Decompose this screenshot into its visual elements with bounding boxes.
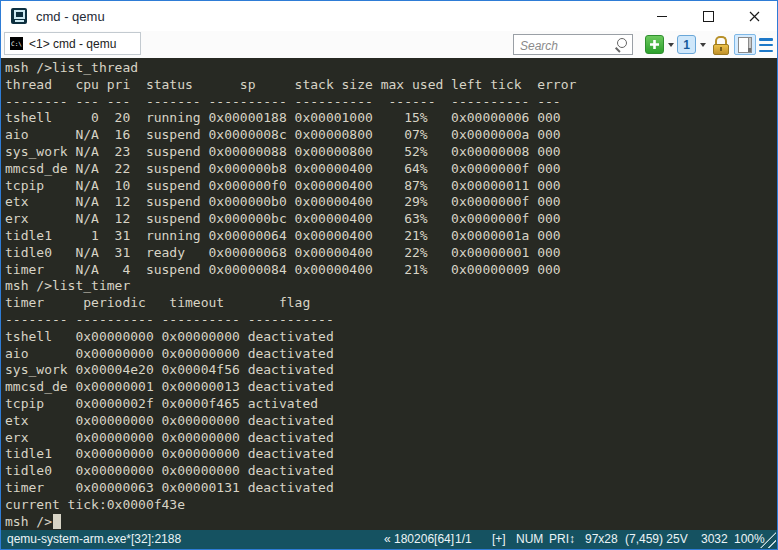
- terminal-line: msh />list_timer: [5, 278, 777, 295]
- terminal-screen[interactable]: msh />list_thread thread cpu pri status …: [1, 58, 777, 530]
- terminal-line: erx 0x00000000 0x00000000 deactivated: [5, 430, 777, 447]
- terminal-line: thread cpu pri status sp stack size max …: [5, 77, 777, 94]
- terminal-prompt: msh />: [5, 514, 52, 530]
- lock-button[interactable]: [712, 35, 730, 55]
- status-zoom: 100%: [734, 530, 765, 549]
- caption-buttons: [639, 1, 777, 31]
- terminal-line: timer 0x00000063 0x00000131 deactivated: [5, 480, 777, 497]
- terminal-line: tidle0 0x00000000 0x00000000 deactivated: [5, 463, 777, 480]
- terminal-line: tshell 0x00000000 0x00000000 deactivated: [5, 329, 777, 346]
- status-build: « 180206[64]: [384, 530, 454, 549]
- scrollbar-toggle-icon: [738, 37, 752, 53]
- console-list-dropdown-icon[interactable]: [700, 43, 706, 47]
- terminal-line: sys_work N/A 23 suspend 0x00000088 0x000…: [5, 144, 777, 161]
- status-console-size: 97x28: [585, 530, 618, 549]
- status-numlock: NUM: [516, 530, 543, 549]
- terminal-line: sys_work 0x00004e20 0x00004f56 deactivat…: [5, 362, 777, 379]
- terminal-line: msh />list_thread: [5, 60, 777, 77]
- maximize-button[interactable]: [685, 1, 731, 31]
- terminal-prompt-line: msh />: [5, 514, 777, 530]
- conemu-window: cmd - qemu C:\ <1> cmd - qemu: [0, 0, 778, 550]
- status-bar: qemu-system-arm.exe*[32]:2188 « 180206[6…: [1, 530, 777, 549]
- conemu-app-icon: [11, 8, 27, 24]
- close-button[interactable]: [731, 1, 777, 31]
- terminal-line: tidle1 0x00000000 0x00000000 deactivated: [5, 446, 777, 463]
- terminal-line: erx N/A 12 suspend 0x000000bc 0x00000400…: [5, 211, 777, 228]
- terminal-line: aio N/A 16 suspend 0x0000008c 0x00000800…: [5, 127, 777, 144]
- terminal-line: -------- --- --- ------- ---------- ----…: [5, 94, 777, 111]
- terminal-line: tcpip N/A 10 suspend 0x000000f0 0x000004…: [5, 178, 777, 195]
- terminal-line: etx N/A 12 suspend 0x000000b0 0x00000400…: [5, 194, 777, 211]
- search-input[interactable]: [518, 36, 617, 55]
- terminal-line: aio 0x00000000 0x00000000 deactivated: [5, 346, 777, 363]
- terminal-line: timer N/A 4 suspend 0x00000084 0x0000040…: [5, 262, 777, 279]
- new-console-dropdown-icon[interactable]: [668, 43, 674, 47]
- main-menu-button[interactable]: [758, 38, 774, 52]
- status-console-index: 1/1: [455, 530, 472, 549]
- status-plus-indicator: [+]: [492, 530, 506, 549]
- terminal-line: mmcsd_de N/A 22 suspend 0x000000b8 0x000…: [5, 161, 777, 178]
- maximize-icon: [703, 11, 714, 22]
- hamburger-icon: [759, 38, 773, 41]
- status-cursor-info: (7,459) 25V: [625, 530, 688, 549]
- scrollbar-toggle-button[interactable]: [734, 34, 756, 55]
- cmd-icon: C:\: [10, 37, 23, 50]
- minimize-icon: [657, 16, 667, 17]
- terminal-line: tshell 0 20 running 0x00000188 0x0000100…: [5, 110, 777, 127]
- terminal-line: timer periodic timeout flag: [5, 295, 777, 312]
- search-icon[interactable]: [615, 38, 628, 51]
- window-title: cmd - qemu: [36, 9, 105, 24]
- status-tick: 3032: [701, 530, 728, 549]
- terminal-line: etx 0x00000000 0x00000000 deactivated: [5, 413, 777, 430]
- title-bar[interactable]: cmd - qemu: [1, 1, 777, 31]
- conemu-icon-screen: [14, 10, 25, 19]
- terminal-line: tcpip 0x0000002f 0x0000f465 activated: [5, 396, 777, 413]
- status-priority: PRI↕: [549, 530, 575, 549]
- console-number-label: 1: [683, 38, 690, 52]
- minimize-button[interactable]: [639, 1, 685, 31]
- cmd-icon-text: C:\: [11, 40, 22, 47]
- plus-icon: [649, 39, 660, 50]
- terminal-line: -------- ---------- ---------- ---------…: [5, 312, 777, 329]
- terminal-line: current tick:0x0000f43e: [5, 497, 777, 514]
- terminal-line: mmcsd_de 0x00000001 0x00000013 deactivat…: [5, 379, 777, 396]
- status-process: qemu-system-arm.exe*[32]:2188: [7, 530, 181, 549]
- search-box: [513, 34, 633, 55]
- terminal-cursor: [53, 514, 61, 529]
- conemu-icon-base: [15, 20, 24, 22]
- terminal-line: tidle1 1 31 running 0x00000064 0x0000040…: [5, 228, 777, 245]
- close-icon: [749, 11, 760, 22]
- new-console-button[interactable]: [645, 35, 664, 54]
- tab-label: <1> cmd - qemu: [29, 37, 116, 51]
- terminal-line: tidle0 N/A 31 ready 0x00000068 0x0000040…: [5, 245, 777, 262]
- tab-cmd-qemu[interactable]: C:\ <1> cmd - qemu: [4, 32, 141, 55]
- tab-bar: C:\ <1> cmd - qemu 1: [1, 31, 777, 58]
- active-console-button[interactable]: 1: [677, 35, 696, 54]
